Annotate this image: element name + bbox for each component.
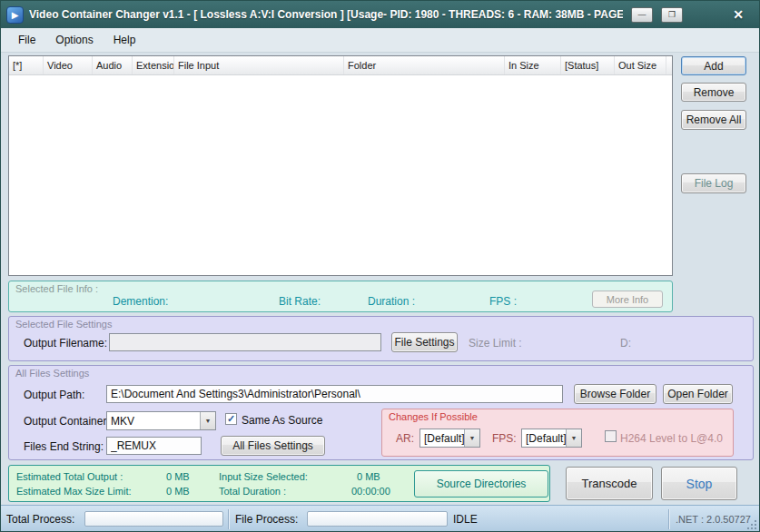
column-header-extension[interactable]: Extensio (133, 56, 174, 74)
file-process-bar (307, 511, 448, 527)
dotnet-version: .NET : 2.0.50727 (676, 514, 751, 525)
file-process-label: File Process: (235, 513, 298, 526)
estimated-total-output-value: 0 MB (166, 471, 190, 482)
minimize-button[interactable]: — (631, 7, 653, 23)
output-container-value: MKV (107, 415, 200, 428)
selected-file-settings-title: Selected File Settings (15, 319, 112, 330)
dimension-label: Demention: (113, 295, 168, 308)
browse-folder-button[interactable]: Browse Folder (574, 384, 656, 404)
total-process-bar (84, 511, 223, 527)
ar-label: AR: (396, 432, 414, 445)
menu-options[interactable]: Options (45, 29, 103, 51)
output-path-input[interactable] (106, 385, 563, 403)
column-header-in-size[interactable]: In Size (505, 56, 561, 74)
duration-label: Duration : (368, 295, 415, 308)
file-list-body[interactable] (9, 75, 672, 275)
menubar: File Options Help (1, 28, 759, 53)
checkmark-icon: ✓ (227, 413, 235, 425)
estimates-panel: Estimated Total Output : 0 MB Input Size… (8, 465, 550, 502)
ar-select[interactable]: [Default] ▼ (419, 429, 480, 448)
fps-label: FPS : (489, 295, 517, 308)
column-header-video[interactable]: Video (44, 56, 93, 74)
h264-level-checkbox[interactable] (605, 430, 617, 442)
remove-all-button[interactable]: Remove All (681, 110, 746, 130)
column-header-file-input[interactable]: File Input (174, 56, 344, 74)
transcode-button[interactable]: Transcode (566, 467, 653, 500)
total-duration-label: Total Duration : (219, 486, 286, 497)
file-settings-button[interactable]: File Settings (391, 332, 458, 352)
total-process-label: Total Process: (6, 513, 74, 526)
files-end-string-label: Files End String: (24, 440, 104, 453)
stop-button[interactable]: Stop (661, 467, 737, 500)
output-path-label: Output Path: (24, 389, 84, 401)
minimize-icon: — (638, 10, 646, 19)
app-icon: ▶ (6, 6, 24, 24)
selected-file-info-title: Selected File Info : (15, 283, 98, 294)
files-end-string-input[interactable] (106, 437, 202, 455)
close-icon: ✕ (733, 7, 744, 22)
source-directories-button[interactable]: Source Directories (414, 470, 548, 498)
same-as-source-checkbox[interactable]: ✓ (225, 413, 237, 425)
statusbar-divider (228, 509, 230, 529)
maximize-icon: ❐ (668, 10, 676, 19)
output-filename-input[interactable] (109, 333, 381, 351)
estimated-max-size-value: 0 MB (166, 486, 190, 497)
file-list[interactable]: [*] Video Audio Extensio File Input Fold… (8, 55, 673, 276)
changes-if-possible-title: Changes If Possible (389, 411, 478, 422)
column-header-status[interactable]: [Status] (561, 56, 615, 74)
selected-file-info-panel: Selected File Info : Demention: Bit Rate… (8, 281, 673, 312)
selected-file-settings-panel: Selected File Settings Output Filename: … (8, 316, 754, 361)
output-container-select[interactable]: MKV ▼ (106, 411, 216, 430)
h264-level-label: H264 Level to L@4.0 (620, 432, 723, 445)
column-header-flag[interactable]: [*] (9, 56, 44, 74)
estimated-max-size-label: Estimated Max Size Limit: (16, 486, 132, 497)
open-folder-button[interactable]: Open Folder (663, 384, 733, 404)
fps-value: [Default] (522, 432, 566, 445)
all-files-settings-panel: All Files Settings Output Path: Browse F… (8, 365, 754, 460)
file-list-header: [*] Video Audio Extensio File Input Fold… (9, 56, 672, 75)
column-header-audio[interactable]: Audio (93, 56, 133, 74)
column-header-folder[interactable]: Folder (344, 56, 505, 74)
statusbar: Total Process: File Process: IDLE .NET :… (1, 505, 759, 532)
add-button[interactable]: Add (681, 56, 746, 75)
dropdown-arrow-icon: ▼ (464, 429, 479, 447)
status-text: IDLE (453, 513, 478, 526)
menu-help[interactable]: Help (104, 29, 146, 51)
output-filename-label: Output Filename: (24, 337, 107, 350)
dropdown-arrow-icon: ▼ (200, 412, 215, 429)
window-title: Video Container Changer v1.1 - [ Lossles… (29, 8, 623, 21)
titlebar: ▶ Video Container Changer v1.1 - [ Lossl… (1, 1, 759, 28)
all-files-settings-button[interactable]: All Files Settings (221, 436, 325, 456)
size-limit-label: Size Limit : (469, 337, 522, 350)
fps-select[interactable]: [Default] ▼ (521, 429, 582, 448)
app-window: ▶ Video Container Changer v1.1 - [ Lossl… (0, 0, 760, 532)
input-size-selected-label: Input Size Selected: (219, 471, 308, 482)
all-files-settings-title: All Files Settings (15, 368, 89, 379)
estimated-total-output-label: Estimated Total Output : (16, 471, 123, 482)
ar-value: [Default] (420, 432, 464, 445)
column-header-filler (666, 56, 674, 74)
input-size-selected-value: 0 MB (357, 471, 380, 482)
maximize-button[interactable]: ❐ (661, 7, 683, 23)
more-info-button[interactable]: More Info (592, 291, 663, 308)
fps-select-label: FPS: (492, 432, 517, 445)
output-container-label: Output Container: (24, 415, 110, 428)
file-log-button[interactable]: File Log (681, 173, 746, 193)
total-duration-value: 00:00:00 (351, 486, 390, 497)
changes-if-possible-panel: Changes If Possible AR: [Default] ▼ FPS:… (381, 409, 734, 457)
remove-button[interactable]: Remove (681, 83, 746, 102)
play-icon: ▶ (12, 10, 19, 20)
resize-grip[interactable] (745, 518, 756, 529)
dropdown-arrow-icon: ▼ (566, 429, 581, 447)
same-as-source-label: Same As Source (242, 414, 322, 427)
menu-file[interactable]: File (8, 29, 45, 51)
size-limit-value: D: (620, 337, 631, 350)
close-button[interactable]: ✕ (725, 5, 752, 24)
column-header-out-size[interactable]: Out Size (615, 56, 666, 74)
bit-rate-label: Bit Rate: (279, 295, 321, 308)
statusbar-divider (668, 509, 670, 529)
